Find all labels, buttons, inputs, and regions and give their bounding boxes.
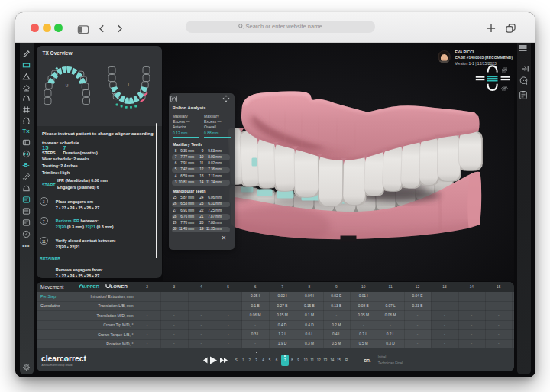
svg-text:L: L	[128, 83, 130, 87]
svg-text:U: U	[65, 83, 68, 88]
